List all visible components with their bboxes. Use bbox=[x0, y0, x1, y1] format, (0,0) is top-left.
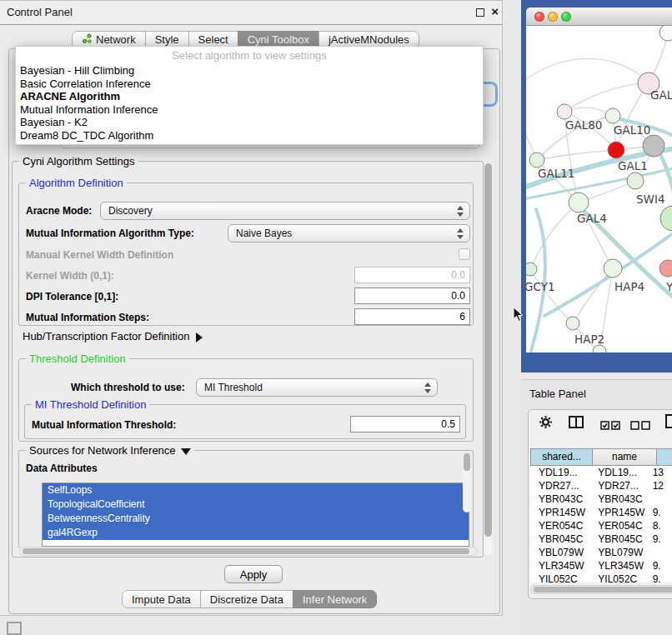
unchecked-boxes-icon[interactable] bbox=[630, 418, 650, 433]
close-button[interactable] bbox=[534, 12, 544, 22]
data-attribute-item[interactable]: SelfLoops bbox=[43, 483, 469, 498]
data-attribute-item[interactable]: BetweennessCentrality bbox=[43, 512, 469, 526]
settings-horizontal-scrollbar[interactable] bbox=[19, 547, 478, 556]
network-node[interactable] bbox=[526, 262, 537, 276]
algorithm-option[interactable]: Basic Correlation Inference bbox=[16, 78, 483, 91]
sources-group-title[interactable]: Sources for Network Inference bbox=[26, 444, 194, 457]
network-edge bbox=[537, 150, 616, 160]
network-node[interactable] bbox=[659, 26, 672, 41]
hub-definition-toggle[interactable]: Hub/Transcription Factor Definition bbox=[23, 330, 203, 342]
tab-infer-network[interactable]: Infer Network bbox=[293, 590, 377, 608]
table-cell: YDR27... bbox=[588, 479, 647, 492]
network-node-label: Y bbox=[665, 280, 672, 293]
table-row[interactable]: YER054CYER054C8. bbox=[530, 519, 672, 532]
table-header: shared...name bbox=[530, 448, 672, 466]
mi-steps-label: Mutual Information Steps: bbox=[26, 312, 149, 323]
network-node[interactable] bbox=[660, 206, 672, 231]
data-attribute-item[interactable]: gal4RGexp bbox=[43, 526, 469, 540]
table-row[interactable]: YDR27...YDR27...12 bbox=[530, 479, 672, 492]
algorithm-option[interactable]: Bayesian - Hill Climbing bbox=[16, 64, 483, 78]
tab-impute-data[interactable]: Impute Data bbox=[122, 590, 201, 608]
which-threshold-value: MI Threshold bbox=[204, 382, 263, 393]
manual-kernel-checkbox[interactable] bbox=[459, 248, 470, 260]
network-graph[interactable]: GALGAL80GAL10GAL1GAL11SWI4GAL4GCY1HAP4YH… bbox=[526, 26, 672, 352]
network-node[interactable] bbox=[557, 104, 572, 119]
data-attribute-item[interactable]: TopologicalCoefficient bbox=[43, 498, 469, 512]
which-threshold-label: Which threshold to use: bbox=[71, 382, 185, 393]
threshold-definition-title: Threshold Definition bbox=[26, 352, 129, 365]
network-node[interactable] bbox=[608, 142, 624, 158]
network-node[interactable] bbox=[593, 345, 606, 352]
network-node[interactable] bbox=[627, 172, 644, 189]
document-icon[interactable] bbox=[665, 414, 672, 432]
mi-type-select[interactable]: Naive Bayes bbox=[228, 224, 470, 242]
dpi-tolerance-label: DPI Tolerance [0,1]: bbox=[26, 291, 118, 302]
network-node[interactable] bbox=[643, 135, 664, 157]
tab-label: jActiveMNodules bbox=[328, 33, 409, 46]
table-cell: YBR043C bbox=[530, 492, 588, 506]
mi-threshold-group: MI Threshold Definition Mutual Informati… bbox=[24, 404, 466, 439]
table-row[interactable]: YPR145WYPR145W9. bbox=[530, 506, 672, 519]
dpi-tolerance-input[interactable] bbox=[354, 288, 470, 304]
settings-vertical-scrollbar[interactable] bbox=[484, 162, 493, 555]
zoom-button[interactable] bbox=[561, 12, 571, 22]
mi-steps-input[interactable] bbox=[354, 308, 470, 325]
data-attributes-list[interactable]: SelfLoopsTopologicalCoefficientBetweenne… bbox=[42, 482, 469, 547]
algorithm-option[interactable]: ARACNE Algorithm bbox=[16, 90, 483, 103]
network-node-label: GCY1 bbox=[526, 280, 555, 293]
float-window-icon[interactable] bbox=[476, 8, 484, 17]
data-attributes-label: Data Attributes bbox=[26, 462, 98, 474]
network-node[interactable] bbox=[659, 260, 672, 277]
network-node[interactable] bbox=[605, 108, 620, 123]
network-node[interactable] bbox=[529, 152, 544, 168]
aracne-mode-select[interactable]: Discovery bbox=[100, 202, 470, 220]
network-node-label: GAL4 bbox=[577, 212, 607, 225]
algorithm-option[interactable]: Mutual Information Inference bbox=[16, 103, 483, 117]
scrollbar-thumb[interactable] bbox=[484, 163, 492, 537]
tab-label: Discretize Data bbox=[210, 593, 283, 606]
table-row[interactable]: YDL19...YDL19...13 bbox=[530, 466, 672, 479]
panel-title: Control Panel bbox=[7, 6, 73, 18]
scrollbar-thumb[interactable] bbox=[534, 587, 672, 592]
network-window-titlebar[interactable] bbox=[526, 8, 672, 26]
network-node[interactable] bbox=[604, 259, 622, 278]
network-node-label: GAL80 bbox=[565, 118, 602, 132]
scrollbar-thumb[interactable] bbox=[23, 548, 469, 554]
minimize-button[interactable] bbox=[548, 12, 558, 22]
checked-boxes-icon[interactable] bbox=[600, 418, 620, 433]
table-cell: YBL079W bbox=[588, 546, 647, 559]
gear-icon[interactable] bbox=[539, 415, 553, 432]
column-header[interactable] bbox=[657, 448, 672, 466]
table-cell: YLR345W bbox=[588, 559, 647, 572]
algorithm-option[interactable]: Bayesian - K2 bbox=[16, 116, 483, 129]
table-row[interactable]: YBR045CYBR045C9. bbox=[530, 532, 672, 546]
scrollbar-thumb[interactable] bbox=[464, 453, 470, 471]
which-threshold-select[interactable]: MI Threshold bbox=[196, 378, 438, 397]
apply-button[interactable]: Apply bbox=[224, 565, 283, 583]
network-edge bbox=[526, 58, 649, 86]
network-node[interactable] bbox=[566, 317, 579, 330]
manual-kernel-label: Manual Kernel Width Definition bbox=[26, 249, 173, 261]
network-node[interactable] bbox=[569, 192, 589, 212]
attributes-list-scrollbar[interactable] bbox=[463, 452, 471, 512]
kernel-width-input[interactable] bbox=[354, 267, 470, 283]
mi-threshold-input[interactable] bbox=[350, 416, 460, 432]
table-row[interactable]: YBL079WYBL079W bbox=[530, 546, 672, 559]
table-cell: 9. bbox=[648, 532, 672, 546]
network-canvas[interactable]: GALGAL80GAL10GAL1GAL11SWI4GAL4GCY1HAP4YH… bbox=[526, 26, 672, 352]
table-horizontal-scrollbar[interactable] bbox=[530, 585, 672, 594]
table-cell: 9. bbox=[648, 506, 672, 519]
network-node-label: SWI4 bbox=[636, 192, 665, 206]
algorithm-option[interactable]: Dream8 DC_TDC Algorithm bbox=[16, 129, 483, 142]
table-row[interactable]: YIL052CYIL052C9. bbox=[530, 572, 672, 582]
table-row[interactable]: YBR043CYBR043C bbox=[530, 492, 672, 506]
table-row[interactable]: YLR345WYLR345W9. bbox=[530, 559, 672, 572]
split-columns-icon[interactable] bbox=[569, 416, 584, 432]
close-icon[interactable]: × bbox=[491, 4, 499, 18]
column-header[interactable]: shared... bbox=[530, 448, 593, 466]
dock-panel-icon[interactable] bbox=[7, 622, 22, 635]
tab-discretize-data[interactable]: Discretize Data bbox=[200, 590, 293, 608]
column-header[interactable]: name bbox=[593, 448, 657, 466]
spinner-arrows-icon bbox=[424, 382, 432, 393]
kernel-width-label: Kernel Width (0,1): bbox=[26, 270, 114, 282]
